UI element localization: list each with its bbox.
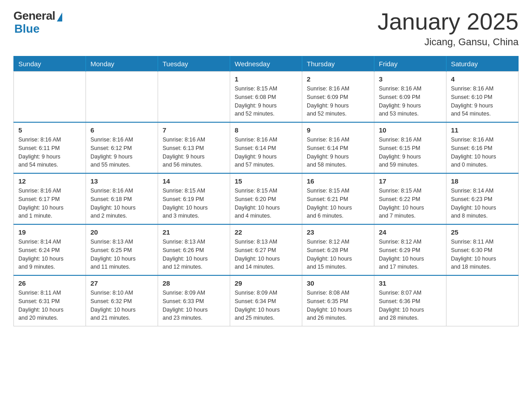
day-info: Sunrise: 8:15 AM Sunset: 6:08 PM Dayligh… [235,85,297,118]
day-number: 2 [307,75,369,83]
day-info: Sunrise: 8:09 AM Sunset: 6:33 PM Dayligh… [163,289,225,322]
month-title: January 2025 [378,9,519,34]
day-number: 18 [451,177,514,185]
day-info: Sunrise: 8:10 AM Sunset: 6:32 PM Dayligh… [90,289,153,322]
day-info: Sunrise: 8:08 AM Sunset: 6:35 PM Dayligh… [307,289,369,322]
day-number: 20 [90,228,153,236]
calendar-cell: 24Sunrise: 8:12 AM Sunset: 6:29 PM Dayli… [374,224,446,275]
day-info: Sunrise: 8:12 AM Sunset: 6:28 PM Dayligh… [307,238,369,271]
calendar-cell: 21Sunrise: 8:13 AM Sunset: 6:26 PM Dayli… [158,224,230,275]
calendar-cell: 27Sunrise: 8:10 AM Sunset: 6:32 PM Dayli… [86,275,158,326]
title-block: January 2025 Jicang, Gansu, China [378,9,519,48]
calendar-cell: 3Sunrise: 8:16 AM Sunset: 6:09 PM Daylig… [374,72,446,123]
day-number: 30 [307,279,369,287]
day-number: 1 [235,75,297,83]
calendar-cell: 30Sunrise: 8:08 AM Sunset: 6:35 PM Dayli… [302,275,374,326]
calendar-cell: 25Sunrise: 8:11 AM Sunset: 6:30 PM Dayli… [446,224,519,275]
day-info: Sunrise: 8:13 AM Sunset: 6:26 PM Dayligh… [163,238,225,271]
day-number: 9 [307,126,369,134]
day-number: 3 [379,75,442,83]
calendar-cell: 23Sunrise: 8:12 AM Sunset: 6:28 PM Dayli… [302,224,374,275]
day-info: Sunrise: 8:15 AM Sunset: 6:20 PM Dayligh… [235,187,297,220]
day-info: Sunrise: 8:11 AM Sunset: 6:31 PM Dayligh… [18,289,81,322]
calendar-cell: 19Sunrise: 8:14 AM Sunset: 6:24 PM Dayli… [14,224,86,275]
day-number: 12 [18,177,81,185]
calendar-cell: 16Sunrise: 8:15 AM Sunset: 6:21 PM Dayli… [302,173,374,224]
calendar-cell: 15Sunrise: 8:15 AM Sunset: 6:20 PM Dayli… [230,173,302,224]
logo-general-text: General [13,9,55,23]
calendar-cell: 14Sunrise: 8:15 AM Sunset: 6:19 PM Dayli… [158,173,230,224]
calendar-cell: 7Sunrise: 8:16 AM Sunset: 6:13 PM Daylig… [158,122,230,173]
day-info: Sunrise: 8:11 AM Sunset: 6:30 PM Dayligh… [451,238,514,271]
day-info: Sunrise: 8:13 AM Sunset: 6:25 PM Dayligh… [90,238,153,271]
calendar-week-row: 12Sunrise: 8:16 AM Sunset: 6:17 PM Dayli… [14,173,519,224]
day-number: 11 [451,126,514,134]
calendar-cell: 12Sunrise: 8:16 AM Sunset: 6:17 PM Dayli… [14,173,86,224]
day-number: 15 [235,177,297,185]
calendar-cell: 1Sunrise: 8:15 AM Sunset: 6:08 PM Daylig… [230,72,302,123]
weekday-header-sunday: Sunday [14,56,86,72]
day-number: 7 [163,126,225,134]
day-info: Sunrise: 8:14 AM Sunset: 6:23 PM Dayligh… [451,187,514,220]
day-info: Sunrise: 8:15 AM Sunset: 6:21 PM Dayligh… [307,187,369,220]
day-number: 21 [163,228,225,236]
calendar-week-row: 26Sunrise: 8:11 AM Sunset: 6:31 PM Dayli… [14,275,519,326]
day-number: 8 [235,126,297,134]
calendar-table: SundayMondayTuesdayWednesdayThursdayFrid… [13,56,519,326]
calendar-header-row: SundayMondayTuesdayWednesdayThursdayFrid… [14,56,519,72]
day-info: Sunrise: 8:16 AM Sunset: 6:11 PM Dayligh… [18,136,81,169]
day-number: 24 [379,228,442,236]
calendar-cell: 29Sunrise: 8:09 AM Sunset: 6:34 PM Dayli… [230,275,302,326]
day-number: 4 [451,75,514,83]
day-info: Sunrise: 8:16 AM Sunset: 6:18 PM Dayligh… [90,187,153,220]
day-number: 14 [163,177,225,185]
calendar-cell: 17Sunrise: 8:15 AM Sunset: 6:22 PM Dayli… [374,173,446,224]
calendar-cell: 22Sunrise: 8:13 AM Sunset: 6:27 PM Dayli… [230,224,302,275]
day-info: Sunrise: 8:15 AM Sunset: 6:22 PM Dayligh… [379,187,442,220]
weekday-header-tuesday: Tuesday [158,56,230,72]
weekday-header-thursday: Thursday [302,56,374,72]
day-number: 10 [379,126,442,134]
calendar-cell [446,275,519,326]
weekday-header-monday: Monday [86,56,158,72]
calendar-cell [86,72,158,123]
day-info: Sunrise: 8:12 AM Sunset: 6:29 PM Dayligh… [379,238,442,271]
calendar-cell: 18Sunrise: 8:14 AM Sunset: 6:23 PM Dayli… [446,173,519,224]
calendar-cell: 10Sunrise: 8:16 AM Sunset: 6:15 PM Dayli… [374,122,446,173]
day-number: 28 [163,279,225,287]
day-info: Sunrise: 8:16 AM Sunset: 6:16 PM Dayligh… [451,136,514,169]
calendar-cell [158,72,230,123]
calendar-cell: 28Sunrise: 8:09 AM Sunset: 6:33 PM Dayli… [158,275,230,326]
calendar-cell: 4Sunrise: 8:16 AM Sunset: 6:10 PM Daylig… [446,72,519,123]
weekday-header-saturday: Saturday [446,56,519,72]
day-info: Sunrise: 8:14 AM Sunset: 6:24 PM Dayligh… [18,238,81,271]
day-info: Sunrise: 8:16 AM Sunset: 6:09 PM Dayligh… [307,85,369,118]
weekday-header-friday: Friday [374,56,446,72]
day-info: Sunrise: 8:16 AM Sunset: 6:14 PM Dayligh… [307,136,369,169]
day-number: 25 [451,228,514,236]
day-info: Sunrise: 8:16 AM Sunset: 6:14 PM Dayligh… [235,136,297,169]
calendar-cell: 6Sunrise: 8:16 AM Sunset: 6:12 PM Daylig… [86,122,158,173]
day-info: Sunrise: 8:15 AM Sunset: 6:19 PM Dayligh… [163,187,225,220]
location: Jicang, Gansu, China [378,36,519,48]
calendar-cell [14,72,86,123]
calendar-cell: 20Sunrise: 8:13 AM Sunset: 6:25 PM Dayli… [86,224,158,275]
day-info: Sunrise: 8:13 AM Sunset: 6:27 PM Dayligh… [235,238,297,271]
day-info: Sunrise: 8:16 AM Sunset: 6:17 PM Dayligh… [18,187,81,220]
day-number: 16 [307,177,369,185]
day-number: 5 [18,126,81,134]
day-info: Sunrise: 8:16 AM Sunset: 6:12 PM Dayligh… [90,136,153,169]
calendar-cell: 5Sunrise: 8:16 AM Sunset: 6:11 PM Daylig… [14,122,86,173]
day-number: 23 [307,228,369,236]
day-number: 22 [235,228,297,236]
logo-triangle-icon [57,13,62,21]
logo: General Blue [13,9,62,36]
calendar-week-row: 19Sunrise: 8:14 AM Sunset: 6:24 PM Dayli… [14,224,519,275]
calendar-cell: 31Sunrise: 8:07 AM Sunset: 6:36 PM Dayli… [374,275,446,326]
calendar-cell: 9Sunrise: 8:16 AM Sunset: 6:14 PM Daylig… [302,122,374,173]
calendar-week-row: 5Sunrise: 8:16 AM Sunset: 6:11 PM Daylig… [14,122,519,173]
day-info: Sunrise: 8:16 AM Sunset: 6:10 PM Dayligh… [451,85,514,118]
day-number: 6 [90,126,153,134]
day-info: Sunrise: 8:09 AM Sunset: 6:34 PM Dayligh… [235,289,297,322]
calendar-cell: 11Sunrise: 8:16 AM Sunset: 6:16 PM Dayli… [446,122,519,173]
